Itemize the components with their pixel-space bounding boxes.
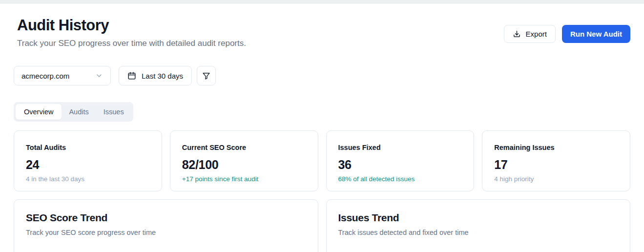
run-new-audit-label: Run New Audit xyxy=(570,30,622,38)
calendar-icon xyxy=(127,71,136,80)
stat-label: Issues Fixed xyxy=(338,144,462,151)
tab-audits[interactable]: Audits xyxy=(62,104,96,120)
export-button-label: Export xyxy=(526,30,547,38)
tab-overview[interactable]: Overview xyxy=(16,104,62,120)
stat-value: 82/100 xyxy=(182,158,306,172)
audit-history-page: Audit History Track your SEO progress ov… xyxy=(0,17,644,252)
date-range-button[interactable]: Last 30 days xyxy=(119,66,192,85)
issues-trend-card: Issues Trend Track issues detected and f… xyxy=(326,199,631,252)
chart-title: SEO Score Trend xyxy=(26,212,306,224)
chart-subtitle: Track your SEO score progress over time xyxy=(26,229,306,236)
top-edge-strip xyxy=(0,0,644,3)
stat-card-remaining-issues: Remaining Issues 17 4 high priority xyxy=(482,130,630,191)
page-title: Audit History xyxy=(14,17,246,34)
stat-label: Total Audits xyxy=(26,144,150,151)
filters-row: acmecorp.com Last 30 days xyxy=(14,66,630,85)
stat-value: 36 xyxy=(338,158,462,172)
stat-label: Current SEO Score xyxy=(182,144,306,151)
tab-bar: Overview Audits Issues xyxy=(14,102,133,122)
stats-grid: Total Audits 24 4 in the last 30 days Cu… xyxy=(14,130,630,191)
seo-score-trend-card: SEO Score Trend Track your SEO score pro… xyxy=(14,199,318,252)
chart-subtitle: Track issues detected and fixed over tim… xyxy=(338,229,619,236)
download-icon xyxy=(513,30,521,38)
stat-card-current-seo-score: Current SEO Score 82/100 +17 points sinc… xyxy=(170,130,318,191)
page-header-text: Audit History Track your SEO progress ov… xyxy=(14,17,246,48)
page-header: Audit History Track your SEO progress ov… xyxy=(14,17,630,48)
stat-subtext: 68% of all detected issues xyxy=(338,175,462,183)
stat-subtext: 4 high priority xyxy=(494,175,618,183)
stat-subtext: 4 in the last 30 days xyxy=(26,175,150,183)
stat-value: 24 xyxy=(26,158,150,172)
stat-label: Remaining Issues xyxy=(494,144,618,151)
stat-card-issues-fixed: Issues Fixed 36 68% of all detected issu… xyxy=(326,130,475,191)
run-new-audit-button[interactable]: Run New Audit xyxy=(562,25,630,43)
site-select-value: acmecorp.com xyxy=(21,72,69,80)
site-select[interactable]: acmecorp.com xyxy=(14,66,111,85)
date-range-label: Last 30 days xyxy=(142,72,183,80)
chart-title: Issues Trend xyxy=(338,212,619,224)
charts-grid: SEO Score Trend Track your SEO score pro… xyxy=(14,199,630,252)
stat-card-total-audits: Total Audits 24 4 in the last 30 days xyxy=(14,130,162,191)
chevron-down-icon xyxy=(95,72,103,80)
funnel-icon xyxy=(202,72,210,80)
tab-issues[interactable]: Issues xyxy=(96,104,131,120)
header-actions: Export Run New Audit xyxy=(504,25,630,43)
stat-subtext: +17 points since first audit xyxy=(182,175,306,183)
page-subtitle: Track your SEO progress over time with d… xyxy=(14,39,246,48)
filter-button[interactable] xyxy=(197,66,216,85)
stat-value: 17 xyxy=(494,158,618,172)
export-button[interactable]: Export xyxy=(504,25,556,43)
